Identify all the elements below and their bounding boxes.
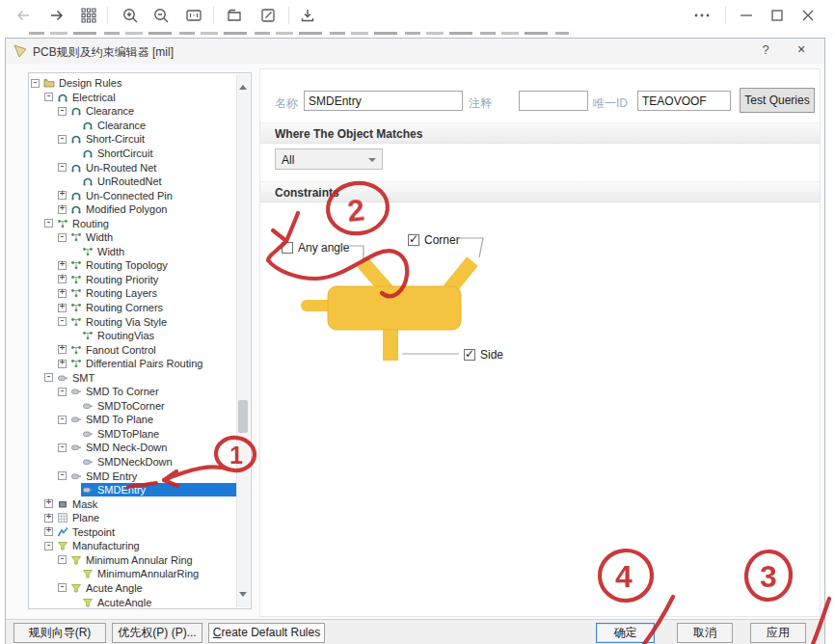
cancel-button[interactable]: 取消 xyxy=(677,623,733,643)
tree-item-modified-polygon[interactable]: +Modified Polygon xyxy=(31,202,236,217)
tree-item-minimumannularring[interactable]: MinimumAnnularRing xyxy=(31,567,236,581)
tree-item-routing[interactable]: -Routing xyxy=(31,216,236,230)
collapse-icon[interactable]: - xyxy=(58,135,67,144)
tree-item-smt[interactable]: -SMT xyxy=(31,370,236,385)
clipped-background-row xyxy=(0,31,835,38)
tree-item-acuteangle[interactable]: AcuteAngle xyxy=(31,595,236,607)
collapse-icon[interactable]: - xyxy=(44,373,53,382)
tree-item-unroutednet[interactable]: UnRoutedNet xyxy=(31,174,236,189)
expand-icon[interactable]: + xyxy=(58,345,67,354)
expand-icon[interactable]: + xyxy=(58,360,67,368)
tree-item-minimum-annular-ring[interactable]: -Minimum Annular Ring xyxy=(31,553,236,568)
tree-item-routing-corners[interactable]: +Routing Corners xyxy=(31,301,236,315)
zoom-in-icon[interactable] xyxy=(121,6,140,25)
side-checkbox[interactable] xyxy=(464,349,475,361)
tree-item-routingvias[interactable]: RoutingVias xyxy=(31,329,236,343)
tree-item-clearance[interactable]: -Clearance xyxy=(31,104,236,119)
tree-item-acute-angle[interactable]: -Acute Angle xyxy=(31,581,236,596)
tree-item-design-rules[interactable]: -Design Rules xyxy=(31,76,236,91)
save-download-icon[interactable] xyxy=(298,6,317,25)
expand-icon[interactable]: + xyxy=(58,289,67,298)
create-default-rules-button[interactable]: Create Default Rules xyxy=(208,623,325,643)
collapse-icon[interactable]: - xyxy=(58,555,67,564)
expand-icon[interactable]: + xyxy=(58,304,67,312)
unique-id-input[interactable] xyxy=(637,91,731,111)
tree-item-testpoint[interactable]: +Testpoint xyxy=(31,525,236,540)
tree-item-shortcircuit[interactable]: ShortCircuit xyxy=(31,147,236,161)
expand-icon[interactable]: + xyxy=(44,527,53,536)
tree-item-smdentry[interactable]: SMDEntry xyxy=(31,483,236,497)
collapse-icon[interactable]: - xyxy=(44,542,53,550)
name-input[interactable] xyxy=(304,91,463,111)
apply-button[interactable]: 应用 xyxy=(750,623,806,643)
test-queries-button[interactable]: Test Queries xyxy=(740,88,815,113)
tree-item-smd-neck-down[interactable]: -SMD Neck-Down xyxy=(31,441,236,455)
comment-input[interactable] xyxy=(519,91,588,111)
collapse-icon[interactable]: - xyxy=(58,317,67,326)
tree-item-smdtocorner[interactable]: SMDToCorner xyxy=(31,399,236,414)
rule-wizard-button[interactable]: 规则向导(R) (R)... xyxy=(13,623,106,643)
tree-item-width[interactable]: -Width xyxy=(31,230,236,245)
help-button[interactable]: ? xyxy=(757,42,774,60)
new-window-icon[interactable] xyxy=(225,6,244,25)
collapse-icon[interactable]: - xyxy=(58,107,67,116)
tree-item-manufacturing[interactable]: -Manufacturing xyxy=(31,539,236,553)
expand-icon[interactable]: + xyxy=(44,514,53,523)
collapse-icon[interactable]: - xyxy=(58,416,67,424)
tree-item-smd-entry[interactable]: -SMD Entry xyxy=(31,469,236,483)
expand-icon[interactable]: + xyxy=(58,191,67,200)
edit-icon[interactable] xyxy=(258,6,278,25)
actual-size-icon[interactable] xyxy=(184,6,203,25)
corner-checkbox[interactable] xyxy=(408,234,419,246)
expand-icon[interactable]: + xyxy=(58,261,67,270)
tree-item-electrical[interactable]: -Electrical xyxy=(31,91,236,105)
tree-item-mask[interactable]: +Mask xyxy=(31,496,236,511)
minimize-icon[interactable] xyxy=(737,6,756,25)
close-window-icon[interactable] xyxy=(798,6,818,25)
tree-scrollbar[interactable] xyxy=(236,74,250,607)
electrical-icon xyxy=(70,203,83,215)
tree-item-un-connected-pin[interactable]: +Un-Connected Pin xyxy=(31,188,236,202)
tree-item-width[interactable]: Width xyxy=(31,245,236,259)
collapse-icon[interactable]: - xyxy=(58,443,67,452)
scrollbar-thumb[interactable] xyxy=(238,400,248,433)
tree-item-clearance[interactable]: Clearance xyxy=(31,119,236,133)
scroll-down-icon[interactable] xyxy=(239,592,247,605)
tree-item-routing-via-style[interactable]: -Routing Via Style xyxy=(31,314,236,329)
tree-item-un-routed-net[interactable]: -Un-Routed Net xyxy=(31,160,236,174)
apps-grid-icon[interactable] xyxy=(79,6,98,25)
tree-item-routing-layers[interactable]: +Routing Layers xyxy=(31,286,236,301)
tree-item-plane[interactable]: +Plane xyxy=(31,511,236,525)
tree-item-smd-to-plane[interactable]: -SMD To Plane xyxy=(31,413,236,427)
forward-icon[interactable] xyxy=(47,6,67,25)
collapse-icon[interactable]: - xyxy=(58,388,67,396)
collapse-icon[interactable]: - xyxy=(58,163,67,172)
tree-item-smdneckdown[interactable]: SMDNeckDown xyxy=(31,455,236,470)
expand-icon[interactable]: + xyxy=(58,275,67,283)
maximize-icon[interactable] xyxy=(768,6,787,25)
tree-item-routing-priority[interactable]: +Routing Priority xyxy=(31,273,236,287)
tree-item-smdtoplane[interactable]: SMDToPlane xyxy=(31,427,236,442)
ok-button[interactable]: 确定 xyxy=(596,623,655,643)
collapse-icon[interactable]: - xyxy=(58,583,67,592)
dialog-close-button[interactable]: × xyxy=(792,41,811,61)
zoom-out-icon[interactable] xyxy=(151,6,171,25)
tree-item-smd-to-corner[interactable]: -SMD To Corner xyxy=(31,385,236,399)
back-icon[interactable] xyxy=(13,6,33,25)
tree-item-short-circuit[interactable]: -Short-Circuit xyxy=(31,132,236,147)
tree-item-routing-topology[interactable]: +Routing Topology xyxy=(31,258,236,273)
tree-item-fanout-control[interactable]: +Fanout Control xyxy=(31,342,236,357)
collapse-icon[interactable]: - xyxy=(31,79,40,88)
collapse-icon[interactable]: - xyxy=(44,219,53,228)
any-angle-checkbox[interactable] xyxy=(282,242,293,254)
expand-icon[interactable]: + xyxy=(44,499,53,508)
scroll-up-icon[interactable] xyxy=(239,76,247,90)
scope-dropdown[interactable]: All xyxy=(275,148,383,170)
collapse-icon[interactable]: - xyxy=(58,471,67,480)
tree-item-differential-pairs-routing[interactable]: +Differential Pairs Routing xyxy=(31,357,236,371)
collapse-icon[interactable]: - xyxy=(58,233,67,242)
expand-icon[interactable]: + xyxy=(58,205,67,214)
collapse-icon[interactable]: - xyxy=(44,93,53,101)
more-options-icon[interactable] xyxy=(690,6,714,25)
priorities-button[interactable]: 优先权(P) (P)... xyxy=(112,623,202,643)
